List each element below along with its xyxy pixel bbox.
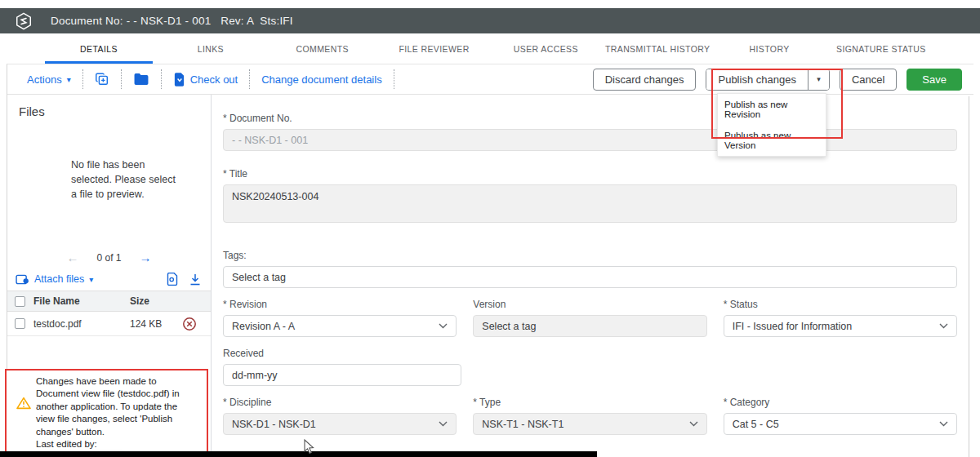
tab-file-reviewer[interactable]: FILE REVIEWER <box>381 33 488 64</box>
warning-texts: Changes have been made to Document view … <box>36 375 193 452</box>
file-size-cell: 124 KB <box>130 318 180 330</box>
file-table-row[interactable]: testdoc.pdf 124 KB <box>7 312 211 336</box>
received-label: Received <box>223 348 461 359</box>
copy-add-button[interactable] <box>83 72 121 87</box>
tab-details[interactable]: DETAILS <box>45 33 153 64</box>
save-button[interactable]: Save <box>906 69 962 91</box>
copy-plus-icon <box>95 72 109 87</box>
received-date-input[interactable]: dd-mm-yy <box>223 364 461 386</box>
pager-status: 0 of 1 <box>96 252 121 264</box>
download-icon[interactable] <box>189 273 201 286</box>
actions-label: Actions <box>27 73 62 86</box>
app-header: Document No: - - NSK-D1 - 001 Rev: A Sts… <box>0 8 980 33</box>
main-box: Actions ▾ <box>7 64 973 457</box>
attach-row-actions <box>167 273 201 286</box>
tab-user-access[interactable]: USER ACCESS <box>492 33 599 64</box>
toolbar-divider <box>394 69 394 89</box>
publish-changes-button[interactable]: Publish changes <box>706 69 807 90</box>
field-status: * Status IFI - Issued for Information <box>724 299 957 337</box>
discipline-value: NSK-D1 - NSK-D1 <box>232 419 316 430</box>
menu-item-publish-new-version[interactable]: Publush as new Version <box>718 125 826 156</box>
title-input[interactable]: NSK20240513-004 <box>223 184 957 223</box>
discipline-type-category-row: * Discipline NSK-D1 - NSK-D1 * Type NSK-… <box>223 397 957 435</box>
attach-files-icon <box>16 274 29 285</box>
publish-changes-split-button: Publish changes ▾ <box>706 69 829 91</box>
folder-button[interactable] <box>122 73 161 86</box>
category-value: Cat 5 - C5 <box>733 419 779 430</box>
file-preview-empty-message: No file has been selected. Please select… <box>71 158 181 202</box>
cancel-button[interactable]: Cancel <box>840 69 897 91</box>
change-document-details-button[interactable]: Change document details <box>250 73 393 86</box>
field-title: * Title NSK20240513-004 <box>223 168 957 223</box>
file-row-checkbox[interactable] <box>15 318 25 329</box>
document-no-input: - - NSK-D1 - 001 <box>223 129 957 151</box>
chevron-down-icon <box>939 421 948 427</box>
toolbar: Actions ▾ <box>7 64 973 95</box>
warning-message: Changes have been made to Document view … <box>36 375 193 438</box>
discipline-select[interactable]: NSK-D1 - NSK-D1 <box>223 413 457 435</box>
toolbar-left-group: Actions ▾ <box>16 64 394 94</box>
warning-icon-wrap <box>11 375 36 452</box>
document-header-title: Document No: - - NSK-D1 - 001 Rev: A Sts… <box>51 15 293 27</box>
document-no-label: * Document No. <box>223 113 957 124</box>
tab-links[interactable]: LINKS <box>157 33 265 64</box>
revision-version-status-row: * Revision Revision A - A Version Select… <box>223 299 957 337</box>
check-out-button[interactable]: Check out <box>162 73 250 87</box>
folder-icon <box>133 73 149 86</box>
warning-triangle-icon <box>16 397 31 410</box>
type-value: NSK-T1 - NSK-T1 <box>482 419 564 430</box>
file-preview-icon[interactable] <box>167 273 178 286</box>
field-discipline: * Discipline NSK-D1 - NSK-D1 <box>223 397 457 435</box>
menu-item-publish-new-revision[interactable]: Publish as new Revision <box>718 94 826 125</box>
select-all-checkbox[interactable] <box>15 296 25 307</box>
check-out-label: Check out <box>190 73 238 86</box>
file-table-header: File Name Size <box>7 291 211 312</box>
category-label: * Category <box>724 397 957 408</box>
tab-signature-status[interactable]: SIGNATURE STATUS <box>827 33 935 64</box>
tab-transmittal-history[interactable]: TRANSMITTAL HISTORY <box>604 33 711 64</box>
tab-bar: DETAILS LINKS COMMENTS FILE REVIEWER USE… <box>0 33 980 64</box>
file-size-header: Size <box>130 295 180 307</box>
caret-down-icon: ▾ <box>67 75 71 84</box>
scrollbar-track-line[interactable] <box>969 96 969 457</box>
status-value: IFI - Issued for Information <box>733 321 853 332</box>
revision-label: * Revision <box>223 299 457 310</box>
tab-comments[interactable]: COMMENTS <box>269 33 376 64</box>
title-label: * Title <box>223 168 957 180</box>
discard-changes-button[interactable]: Discard changes <box>593 69 697 91</box>
file-name-cell: testdoc.pdf <box>33 318 130 330</box>
view-file-warning-box: Changes have been made to Document view … <box>5 369 208 454</box>
tab-history[interactable]: HISTORY <box>715 33 823 64</box>
type-label: * Type <box>473 397 706 408</box>
version-input: Select a tag <box>473 315 706 337</box>
content: Files No file has been selected. Please … <box>7 95 973 457</box>
chevron-down-icon <box>939 323 948 329</box>
chevron-down-icon <box>689 421 698 427</box>
chevron-down-icon <box>439 323 448 329</box>
field-document-no: * Document No. - - NSK-D1 - 001 <box>223 113 957 151</box>
status-label: * Status <box>724 299 957 310</box>
file-pager: ← 0 of 1 → <box>7 251 211 264</box>
pager-next-icon[interactable]: → <box>140 251 152 264</box>
pager-previous-icon[interactable]: ← <box>66 251 78 264</box>
file-name-header: File Name <box>33 295 130 307</box>
type-select[interactable]: NSK-T1 - NSK-T1 <box>473 413 706 435</box>
publish-changes-caret-button[interactable]: ▾ <box>808 69 829 90</box>
tags-input[interactable]: Select a tag <box>223 266 957 288</box>
files-panel: Files No file has been selected. Please … <box>7 95 212 457</box>
field-type: * Type NSK-T1 - NSK-T1 <box>473 397 706 435</box>
actions-dropdown-button[interactable]: Actions ▾ <box>16 73 82 86</box>
attach-files-label: Attach files <box>34 273 84 285</box>
category-select[interactable]: Cat 5 - C5 <box>724 413 957 435</box>
caret-down-icon: ▾ <box>89 275 93 284</box>
change-document-details-label: Change document details <box>261 73 381 86</box>
top-strip <box>0 0 980 8</box>
attach-files-button[interactable]: Attach files ▾ <box>16 273 93 285</box>
files-panel-title: Files <box>7 95 211 118</box>
chevron-down-icon <box>439 421 448 427</box>
remove-file-icon[interactable] <box>182 317 197 331</box>
revision-select[interactable]: Revision A - A <box>223 315 457 337</box>
field-revision: * Revision Revision A - A <box>223 299 457 337</box>
status-select[interactable]: IFI - Issued for Information <box>724 315 957 337</box>
tags-label: Tags: <box>223 250 957 261</box>
